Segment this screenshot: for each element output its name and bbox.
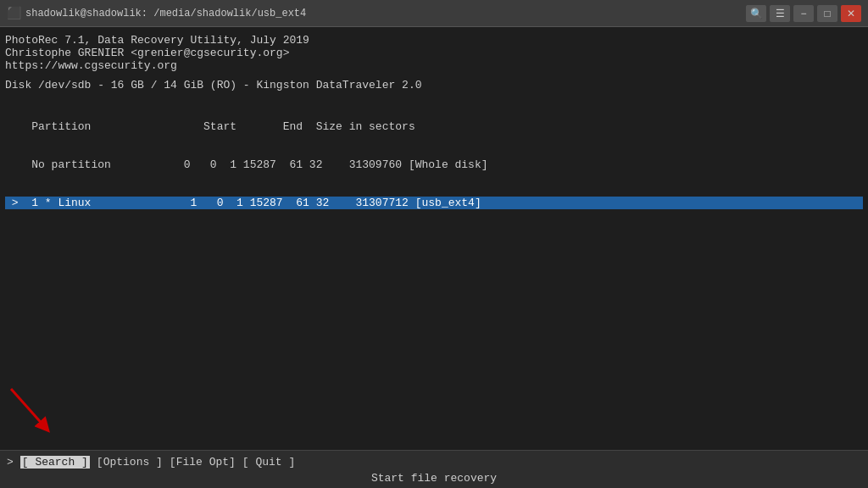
window-title: shadowlik@shadowlik: /media/shadowlik/us… <box>25 8 306 19</box>
title-bar-left: ⬛ shadowlik@shadowlik: /media/shadowlik/… <box>7 7 306 20</box>
partition-header: Partition Start End Size in sectors <box>5 120 863 133</box>
terminal-icon: ⬛ <box>7 7 20 20</box>
title-bar: ⬛ shadowlik@shadowlik: /media/shadowlik/… <box>0 0 868 27</box>
status-hint: Start file recovery <box>0 470 868 486</box>
restore-button[interactable]: □ <box>817 5 837 22</box>
minimize-button[interactable]: − <box>793 5 814 22</box>
menu-toolbar-btn[interactable]: ☰ <box>770 5 790 22</box>
quit-button[interactable]: [ Quit ] <box>242 456 295 469</box>
fileopt-button[interactable]: [File Opt] <box>170 456 236 469</box>
partition-table: Partition Start End Size in sectors No p… <box>5 95 863 235</box>
content-area: PhotoRec 7.1, Data Recovery Utility, Jul… <box>0 27 868 488</box>
app-line3: https://www.cgsecurity.org <box>5 59 863 72</box>
search-toolbar-btn[interactable]: 🔍 <box>746 5 766 22</box>
search-button[interactable]: [ Search ] <box>20 456 90 469</box>
prompt-char: > <box>7 456 14 469</box>
terminal-output: PhotoRec 7.1, Data Recovery Utility, Jul… <box>0 27 868 450</box>
window-controls: 🔍 ☰ − □ ✕ <box>746 5 861 22</box>
disk-info: Disk /dev/sdb - 16 GB / 14 GiB (RO) - Ki… <box>5 79 863 92</box>
options-button[interactable]: [Options ] <box>97 456 163 469</box>
close-button[interactable]: ✕ <box>841 5 861 22</box>
bottom-bar: > [ Search ] [Options ] [File Opt] [ Qui… <box>0 450 868 488</box>
action-buttons: > [ Search ] [Options ] [File Opt] [ Qui… <box>0 454 868 470</box>
partition-row-no-partition[interactable]: No partition 0 0 1 15287 61 32 31309760 … <box>5 158 863 171</box>
app-line2: Christophe GRENIER <grenier@cgsecurity.o… <box>5 47 863 59</box>
partition-row-linux[interactable]: > 1 * Linux 1 0 1 15287 61 32 31307712 [… <box>5 197 863 209</box>
app-line1: PhotoRec 7.1, Data Recovery Utility, Jul… <box>5 34 863 47</box>
